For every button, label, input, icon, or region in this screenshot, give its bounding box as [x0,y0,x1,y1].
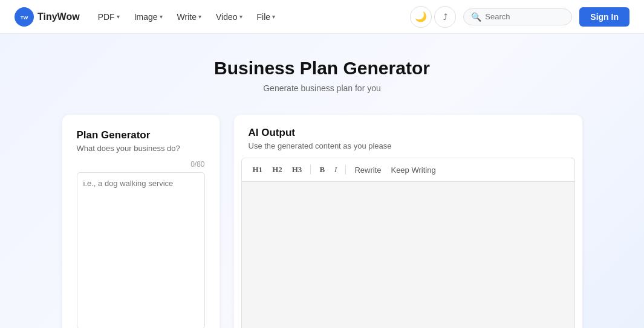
editor-toolbar: H1 H2 H3 B I Rewrite Keep Writing [241,158,575,182]
search-box: 🔍 [463,8,572,25]
editor-area[interactable] [241,182,575,328]
dark-mode-button[interactable]: 🌙 [410,6,432,28]
moon-icon: 🌙 [415,11,427,22]
chevron-down-icon: ▾ [239,13,242,20]
chevron-down-icon: ▾ [272,13,275,20]
h3-button[interactable]: H3 [288,163,306,176]
rewrite-button[interactable]: Rewrite [351,164,385,176]
panel-subtitle: What does your business do? [77,144,205,153]
svg-text:TW: TW [21,15,28,21]
search-icon: 🔍 [471,12,481,22]
navbar: TW TinyWow PDF ▾ Image ▾ Write ▾ Video ▾… [0,0,644,34]
keep-writing-button[interactable]: Keep Writing [387,164,439,176]
search-input[interactable] [485,12,564,21]
business-description-input[interactable] [77,172,205,328]
h1-button[interactable]: H1 [249,163,267,176]
logo-text: TinyWow [37,11,80,22]
chevron-down-icon: ▾ [117,13,120,20]
page-title: Business Plan Generator [62,58,582,79]
ai-output-subtitle: Use the generated content as you please [249,141,568,150]
nav-item-write[interactable]: Write ▾ [171,8,207,25]
char-count: 0/80 [77,160,205,169]
right-panel: AI Output Use the generated content as y… [234,115,582,328]
share-button[interactable]: ⤴ [434,6,456,28]
chevron-down-icon: ▾ [160,13,163,20]
left-panel: Plan Generator What does your business d… [62,115,220,328]
nav-item-image[interactable]: Image ▾ [128,8,169,25]
nav-item-file[interactable]: File ▾ [251,8,282,25]
page-subtitle: Generate business plan for you [62,83,582,93]
toolbar-separator [310,165,311,175]
nav-item-video[interactable]: Video ▾ [210,8,249,25]
chevron-down-icon: ▾ [198,13,201,20]
nav-item-pdf[interactable]: PDF ▾ [92,8,126,25]
logo-icon: TW [15,7,34,27]
h2-button[interactable]: H2 [268,163,286,176]
toolbar-separator-2 [345,165,346,175]
share-icon: ⤴ [443,12,447,22]
ai-output-title: AI Output [249,127,568,139]
logo-area[interactable]: TW TinyWow [15,7,80,27]
italic-button[interactable]: I [331,163,340,176]
panel-title: Plan Generator [77,129,205,141]
sign-in-button[interactable]: Sign In [579,7,629,27]
bold-button[interactable]: B [316,163,328,176]
